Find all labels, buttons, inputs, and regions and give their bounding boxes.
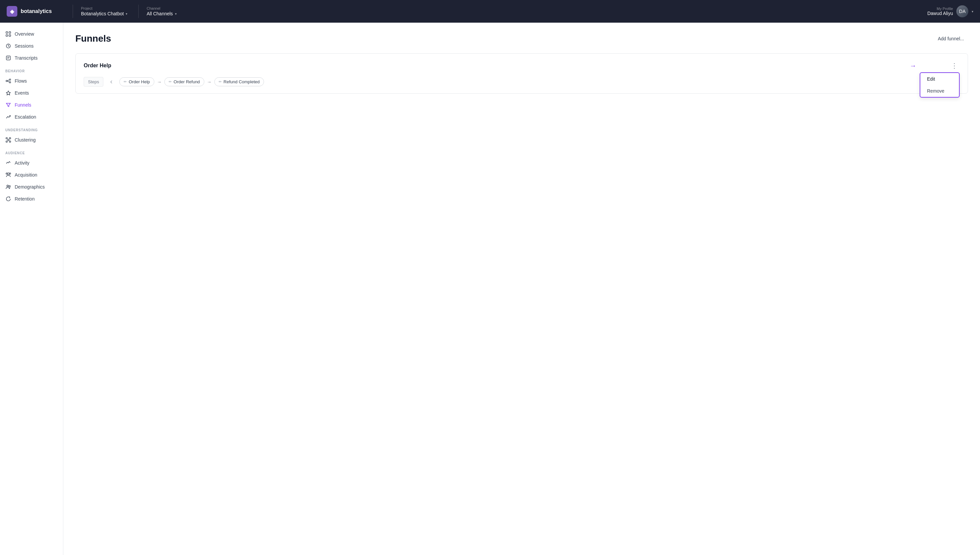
sidebar-item-activity[interactable]: Activity [0,157,63,169]
demographics-label: Demographics [14,184,45,189]
step1-pencil-icon: ✏ [124,80,127,84]
svg-point-10 [9,82,11,83]
steps-row: Steps ✏ Order Help → ✏ Order Refund → [84,77,960,87]
svg-rect-14 [6,138,7,139]
brand-icon: ◈ [6,6,17,17]
sidebar-item-sessions[interactable]: Sessions [0,40,63,52]
step-arrow-2: → [207,79,212,85]
activity-icon [5,160,11,166]
sidebar-item-clustering[interactable]: Clustering [0,134,63,146]
svg-rect-3 [9,35,11,36]
svg-point-23 [9,186,10,187]
step-arrow-1: → [157,79,162,85]
sidebar-item-overview[interactable]: Overview [0,28,63,40]
channel-chevron-icon: ▾ [175,12,177,16]
demographics-icon [5,184,11,190]
page-title: Funnels [76,33,111,44]
escalation-icon [5,114,11,120]
sidebar-item-flows[interactable]: Flows [0,75,63,87]
events-label: Events [14,90,29,96]
svg-point-9 [9,79,11,80]
step-chip-1: ✏ Order Help [119,77,154,86]
retention-label: Retention [14,196,35,202]
funnels-icon [5,102,11,108]
edit-menu-item[interactable]: Edit [921,73,959,85]
step-chip-2: ✏ Order Refund [164,77,204,86]
sidebar: Overview Sessions Transcripts BEHAVIOR [0,22,63,555]
step1-label: Order Help [129,79,150,84]
profile-label: My Profile [937,6,953,11]
brand: ◈ botanalytics [6,6,70,17]
events-icon [5,90,11,96]
acquisition-icon [5,172,11,178]
top-nav: ◈ botanalytics Project Botanalytics Chat… [0,0,980,22]
step2-label: Order Refund [174,79,200,84]
svg-point-20 [9,173,11,174]
funnels-label: Funnels [14,102,31,107]
main-content: Funnels Add funnel... Order Help ⋮ Edit … [63,22,980,555]
funnel-card: Order Help ⋮ Edit Remove → Steps [76,53,968,94]
flows-icon [5,78,11,84]
funnel-more-button[interactable]: ⋮ [949,60,960,71]
steps-label: Steps [84,77,103,87]
sidebar-item-events[interactable]: Events [0,87,63,99]
page-header: Funnels Add funnel... [76,33,968,44]
brand-name: botanalytics [21,8,51,14]
svg-rect-0 [6,32,8,33]
svg-line-12 [7,81,9,82]
sidebar-item-acquisition[interactable]: Acquisition [0,169,63,181]
overview-label: Overview [14,31,34,37]
acquisition-label: Acquisition [14,172,37,178]
sidebar-item-escalation[interactable]: Escalation [0,111,63,123]
step3-label: Refund Completed [224,79,260,84]
svg-point-21 [6,173,7,174]
flows-label: Flows [14,78,27,83]
funnel-dropdown-menu: Edit Remove [920,72,960,98]
profile-name: Dawud Aliyu [927,11,953,16]
svg-marker-13 [6,91,10,95]
project-dropdown[interactable]: Project Botanalytics Chatbot ▾ [76,6,136,16]
sidebar-item-transcripts[interactable]: Transcripts [0,52,63,64]
remove-menu-item[interactable]: Remove [921,85,959,97]
project-label: Project [81,6,130,10]
channel-value: All Channels ▾ [147,11,196,16]
svg-rect-15 [8,139,9,141]
profile-chevron-icon: ▾ [972,10,974,13]
svg-rect-16 [9,138,11,139]
behavior-section-label: BEHAVIOR [0,64,63,75]
sessions-label: Sessions [14,43,34,49]
arrow-indicator: → [910,62,916,70]
transcripts-icon [5,55,11,61]
svg-point-8 [6,80,7,82]
avatar: DA [956,5,968,17]
step2-pencil-icon: ✏ [169,80,172,84]
retention-icon [5,196,11,202]
nav-divider-2 [138,5,139,18]
nav-left-icon [107,77,116,87]
add-funnel-button[interactable]: Add funnel... [933,34,968,43]
clustering-label: Clustering [14,137,36,143]
svg-rect-1 [9,32,11,33]
svg-point-19 [7,173,9,175]
step-chip-3: ✏ Refund Completed [214,77,264,86]
activity-label: Activity [14,160,29,165]
channel-dropdown[interactable]: Channel All Channels ▾ [141,6,201,16]
main-layout: Overview Sessions Transcripts BEHAVIOR [0,22,980,555]
sidebar-item-demographics[interactable]: Demographics [0,181,63,193]
svg-rect-18 [6,141,7,142]
step3-pencil-icon: ✏ [218,80,222,84]
svg-rect-17 [9,141,11,142]
sidebar-item-funnels[interactable]: Funnels [0,99,63,111]
audience-section-label: AUDIENCE [0,146,63,157]
transcripts-label: Transcripts [14,55,38,61]
sessions-icon [5,43,11,49]
understanding-section-label: UNDERSTANDING [0,123,63,134]
project-value: Botanalytics Chatbot ▾ [81,11,130,16]
svg-line-11 [7,80,9,80]
sidebar-item-retention[interactable]: Retention [0,193,63,205]
svg-rect-5 [6,56,10,60]
profile-section[interactable]: My Profile Dawud Aliyu DA ▾ [927,5,974,17]
clustering-icon [5,137,11,143]
svg-point-22 [7,185,9,187]
svg-rect-2 [6,35,8,36]
